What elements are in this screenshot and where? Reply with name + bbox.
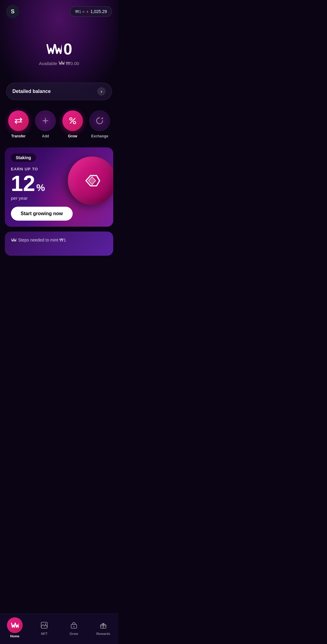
grow-label: Grow bbox=[68, 134, 77, 138]
balance-value: 0 bbox=[64, 40, 72, 58]
apy-row: 12 % bbox=[11, 172, 107, 194]
staking-card: Staking EARN UP TO 12 % per year Start g… bbox=[5, 147, 113, 227]
staking-badge: Staking bbox=[11, 153, 36, 162]
add-action[interactable]: Add bbox=[35, 110, 56, 138]
add-label: Add bbox=[42, 134, 49, 138]
detailed-balance-label: Detailed balance bbox=[12, 89, 51, 94]
woo-symbol: ₩1 = bbox=[75, 9, 84, 14]
header: S ₩1 = ♦ 1,025.29 bbox=[0, 0, 118, 22]
grow-circle bbox=[62, 110, 83, 131]
chevron-right-icon: › bbox=[97, 87, 106, 96]
earn-label: EARN UP TO bbox=[11, 167, 107, 171]
exchange-rate-value: 1,025.29 bbox=[91, 9, 107, 14]
avatar[interactable]: S bbox=[6, 5, 19, 18]
transfer-circle bbox=[8, 110, 29, 131]
balance-section: 0 Available ₩0.00 bbox=[0, 22, 118, 75]
exchange-circle bbox=[89, 110, 110, 131]
per-year: per year bbox=[11, 196, 107, 201]
balance-available: Available ₩0.00 bbox=[6, 61, 112, 66]
action-grid: Transfer Add Grow bbox=[0, 107, 118, 144]
transfer-label: Transfer bbox=[11, 134, 25, 138]
exchange-label: Exchange bbox=[91, 134, 108, 138]
steps-card: Steps needed to mint ₩1 bbox=[5, 232, 113, 256]
balance-main: 0 bbox=[6, 40, 112, 58]
steps-label: Steps needed to mint ₩1 bbox=[11, 238, 107, 242]
svg-point-0 bbox=[70, 118, 72, 120]
woo-small-icon bbox=[58, 61, 64, 66]
add-circle bbox=[35, 110, 56, 131]
staking-content: Staking EARN UP TO 12 % per year Start g… bbox=[5, 147, 113, 227]
apy-number: 12 bbox=[11, 172, 35, 194]
apy-percent: % bbox=[36, 182, 45, 193]
svg-point-1 bbox=[73, 121, 76, 124]
exchange-rate-badge[interactable]: ₩1 = ♦ 1,025.29 bbox=[70, 6, 112, 17]
start-growing-button[interactable]: Start growing now bbox=[11, 207, 73, 221]
grow-action[interactable]: Grow bbox=[62, 110, 83, 138]
transfer-action[interactable]: Transfer bbox=[8, 110, 29, 138]
detailed-balance-button[interactable]: Detailed balance › bbox=[6, 83, 112, 100]
exchange-action[interactable]: Exchange bbox=[89, 110, 110, 138]
woo-logo-large bbox=[46, 42, 62, 56]
diamond-icon: ♦ bbox=[86, 9, 88, 14]
